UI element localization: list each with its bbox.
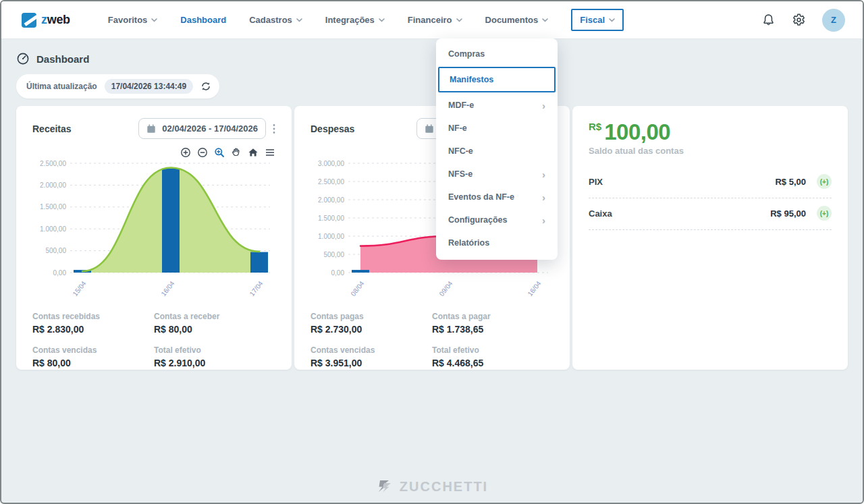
- zweb-logo-text: zweb: [41, 13, 70, 27]
- receitas-chart-toolbar: [32, 147, 275, 158]
- svg-text:0,00: 0,00: [53, 269, 67, 277]
- add-transaction-button[interactable]: (+): [817, 206, 832, 221]
- nav-item-integraes[interactable]: Integrações: [325, 15, 385, 25]
- stat-item: Total efetivoR$ 2.910,00: [154, 345, 275, 368]
- zoom-in-icon[interactable]: [180, 147, 191, 158]
- fiscal-menu-item-configuraes[interactable]: Configurações›: [436, 208, 558, 231]
- app-window: zweb FavoritosDashboardCadastrosIntegraç…: [0, 0, 864, 504]
- chevron-down-icon: [542, 18, 548, 22]
- svg-text:2.500,00: 2.500,00: [318, 178, 344, 186]
- add-transaction-button[interactable]: (+): [817, 174, 832, 189]
- main-nav: FavoritosDashboardCadastrosIntegraçõesFi…: [108, 9, 624, 31]
- submenu-chevron-icon: ›: [542, 215, 545, 225]
- stat-item: Total efetivoR$ 4.468,65: [432, 345, 554, 368]
- nav-item-cadastros[interactable]: Cadastros: [249, 15, 302, 25]
- menu-icon[interactable]: [265, 147, 275, 158]
- account-balance: R$ 95,00: [770, 208, 806, 219]
- menu-item-label: Relatórios: [448, 238, 489, 248]
- settings-gear-icon[interactable]: [792, 13, 806, 27]
- stat-value: R$ 3.951,00: [310, 358, 432, 368]
- svg-text:09/04: 09/04: [437, 279, 454, 298]
- menu-item-label: NF-e: [448, 123, 467, 133]
- user-avatar[interactable]: Z: [822, 9, 845, 32]
- nav-item-fiscal[interactable]: Fiscal: [571, 9, 624, 31]
- account-balance: R$ 5,00: [775, 177, 806, 187]
- svg-text:0,00: 0,00: [331, 269, 345, 277]
- nav-item-label: Dashboard: [180, 15, 226, 25]
- menu-item-label: Configurações: [448, 215, 508, 225]
- stat-item: Contas recebidasR$ 2.830,00: [32, 312, 154, 335]
- despesas-title: Despesas: [310, 123, 354, 134]
- fiscal-menu-item-nfse[interactable]: NFS-e›: [436, 163, 558, 186]
- stat-item: Contas vencidasR$ 3.951,00: [310, 345, 432, 368]
- footer-brand: ZUCCHETTI: [1, 478, 863, 495]
- despesas-stats: Contas pagasR$ 2.730,00Contas a pagarR$ …: [310, 312, 554, 368]
- nav-item-label: Documentos: [485, 15, 539, 25]
- svg-text:17/04: 17/04: [248, 279, 264, 298]
- zweb-logo-icon: [22, 13, 36, 28]
- zucchetti-logo-icon: [376, 478, 394, 495]
- account-row: PIXR$ 5,00(+): [589, 167, 832, 198]
- stat-label: Total efetivo: [432, 345, 554, 355]
- svg-text:16/04: 16/04: [159, 279, 176, 298]
- fiscal-menu-item-eventosdanfe[interactable]: Eventos da NF-e›: [436, 186, 558, 208]
- menu-item-label: NFC-e: [448, 146, 473, 156]
- stat-value: R$ 2.730,00: [310, 324, 432, 335]
- receitas-date-range-value: 02/04/2026 - 17/04/2026: [162, 123, 258, 134]
- fiscal-menu-item-mdfe[interactable]: MDF-e›: [436, 94, 558, 117]
- receitas-card: Receitas 02/04/2026 - 17/04/2026 0,00500…: [16, 106, 292, 370]
- stat-value: R$ 1.738,65: [432, 324, 554, 335]
- home-icon[interactable]: [248, 147, 259, 158]
- zoom-box-icon[interactable]: [214, 147, 225, 158]
- fiscal-menu-item-relatrios[interactable]: Relatórios: [436, 231, 558, 254]
- stat-label: Contas pagas: [310, 312, 432, 321]
- app-logo[interactable]: zweb: [22, 13, 70, 28]
- svg-text:1.000,00: 1.000,00: [40, 225, 66, 233]
- nav-item-label: Financeiro: [408, 15, 452, 25]
- receitas-date-range-input[interactable]: 02/04/2026 - 17/04/2026: [138, 118, 266, 139]
- chevron-down-icon: [456, 18, 462, 22]
- menu-item-label: MDF-e: [448, 101, 474, 110]
- stat-item: Contas vencidasR$ 80,00: [32, 345, 154, 368]
- page-title: Dashboard: [36, 53, 89, 65]
- stat-value: R$ 80,00: [32, 358, 154, 368]
- svg-text:15/04: 15/04: [71, 279, 87, 298]
- svg-text:16/04: 16/04: [526, 279, 542, 298]
- svg-text:1.500,00: 1.500,00: [40, 203, 66, 211]
- fiscal-menu-item-compras[interactable]: Compras: [436, 43, 558, 65]
- submenu-chevron-icon: ›: [542, 192, 545, 202]
- dashboard-gauge-icon: [16, 52, 30, 65]
- stat-value: R$ 4.468,65: [432, 358, 554, 368]
- stat-item: Contas a pagarR$ 1.738,65: [432, 312, 554, 335]
- stat-value: R$ 2.910,00: [154, 358, 275, 368]
- pan-icon[interactable]: [231, 147, 242, 158]
- fiscal-menu-item-nfe[interactable]: NF-e: [436, 117, 558, 140]
- receitas-more-options-icon[interactable]: [273, 123, 275, 134]
- zoom-out-icon[interactable]: [197, 147, 208, 158]
- svg-text:1.000,00: 1.000,00: [318, 233, 344, 240]
- menu-item-label: Eventos da NF-e: [448, 192, 514, 202]
- receitas-chart-canvas[interactable]: 0,00500,001.000,001.500,002.000,002.500,…: [32, 159, 275, 304]
- menu-item-label: Compras: [448, 49, 485, 59]
- refresh-icon[interactable]: [200, 81, 211, 92]
- saldo-total: R$100,00: [589, 119, 832, 145]
- nav-item-favoritos[interactable]: Favoritos: [108, 15, 158, 25]
- fiscal-menu-item-manifestos[interactable]: Manifestos: [438, 67, 556, 92]
- svg-text:2.000,00: 2.000,00: [40, 181, 66, 189]
- chevron-down-icon: [151, 18, 157, 22]
- chevron-down-icon: [609, 18, 615, 22]
- svg-text:2.500,00: 2.500,00: [40, 160, 66, 167]
- stat-label: Contas recebidas: [32, 312, 154, 321]
- nav-item-dashboard[interactable]: Dashboard: [180, 15, 226, 25]
- fiscal-menu-item-nfce[interactable]: NFC-e: [436, 140, 558, 163]
- notifications-bell-icon[interactable]: [761, 13, 776, 27]
- stat-value: R$ 2.830,00: [32, 324, 154, 335]
- svg-text:08/04: 08/04: [349, 279, 365, 298]
- calendar-icon: [425, 124, 434, 134]
- svg-text:500,00: 500,00: [45, 247, 66, 254]
- saldo-subtitle: Saldo atual das contas: [589, 146, 832, 156]
- nav-item-documentos[interactable]: Documentos: [485, 15, 549, 25]
- nav-item-financeiro[interactable]: Financeiro: [408, 15, 462, 25]
- stat-item: Contas a receberR$ 80,00: [154, 312, 275, 335]
- nav-item-label: Favoritos: [108, 15, 148, 25]
